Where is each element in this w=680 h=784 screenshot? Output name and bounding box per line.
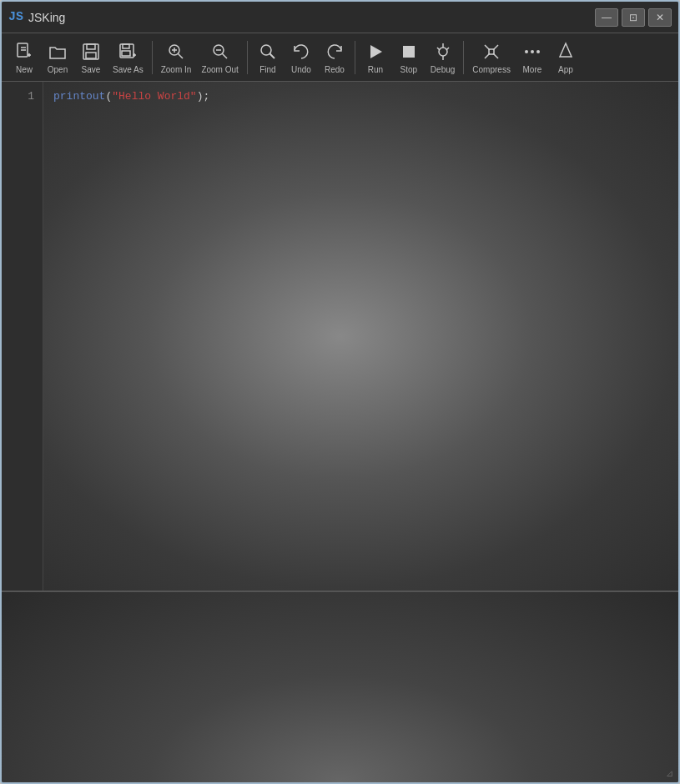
save-button[interactable]: Save — [75, 37, 107, 78]
find-icon — [256, 40, 280, 63]
open-button[interactable]: Open — [42, 37, 73, 78]
divider-3 — [355, 41, 355, 74]
stop-label: Stop — [400, 65, 418, 74]
saveas-button[interactable]: Save As — [108, 37, 148, 78]
redo-button[interactable]: Redo — [319, 37, 350, 78]
svg-point-20 — [261, 45, 271, 55]
svg-rect-9 — [123, 44, 129, 48]
svg-rect-23 — [403, 46, 415, 58]
svg-point-30 — [536, 50, 540, 53]
editor-area[interactable]: 1 printout ( "Hello World" ) ; — [2, 82, 678, 591]
find-button[interactable]: Find — [252, 37, 284, 78]
output-panel: ⊿ — [2, 591, 678, 782]
title-bar-controls: — ⊡ ✕ — [595, 8, 672, 27]
zoomin-label: Zoom In — [161, 65, 192, 74]
more-label: More — [523, 65, 542, 74]
minimize-button[interactable]: — — [595, 8, 618, 27]
run-button[interactable]: Run — [360, 37, 391, 78]
code-string: "Hello World" — [112, 88, 196, 105]
saveas-label: Save As — [113, 65, 144, 74]
resize-handle[interactable]: ⊿ — [666, 768, 673, 779]
undo-icon — [290, 40, 313, 63]
title-bar-left: JS JSKing — [8, 10, 65, 24]
code-close-paren: ) — [197, 88, 204, 105]
svg-marker-31 — [560, 43, 572, 57]
zoomin-button[interactable]: Zoom In — [157, 37, 196, 78]
redo-icon — [323, 40, 346, 63]
undo-button[interactable]: Undo — [285, 37, 317, 78]
restore-button[interactable]: ⊡ — [622, 8, 645, 27]
app-logo: JS — [8, 10, 23, 24]
zoomin-icon — [164, 40, 188, 63]
code-line-1: printout ( "Hello World" ) ; — [53, 88, 668, 105]
new-label: New — [16, 65, 33, 74]
app-icon — [554, 40, 577, 63]
svg-rect-10 — [122, 51, 130, 56]
svg-point-29 — [531, 50, 534, 53]
app-label: App — [558, 65, 573, 74]
app-button[interactable]: App — [550, 37, 582, 78]
app-title: JSKing — [28, 11, 65, 24]
more-button[interactable]: More — [516, 37, 548, 78]
run-label: Run — [368, 65, 383, 74]
code-content[interactable]: printout ( "Hello World" ) ; — [43, 82, 678, 591]
editor-container: 1 printout ( "Hello World" ) ; ⊿ — [2, 82, 678, 782]
zoomout-button[interactable]: Zoom Out — [197, 37, 242, 78]
undo-label: Undo — [291, 65, 311, 74]
app-window: JS JSKing — ⊡ ✕ New — [0, 0, 680, 784]
code-function: printout — [53, 88, 105, 105]
find-label: Find — [259, 65, 275, 74]
line-numbers: 1 — [2, 82, 43, 591]
zoomout-icon — [209, 40, 232, 63]
svg-point-24 — [439, 48, 447, 56]
title-bar: JS JSKing — ⊡ ✕ — [2, 2, 678, 33]
compress-button[interactable]: Compress — [468, 37, 515, 78]
line-number-1: 1 — [28, 88, 34, 105]
compress-icon — [480, 40, 503, 63]
svg-point-28 — [525, 50, 528, 53]
more-icon — [521, 40, 544, 63]
open-label: Open — [48, 65, 68, 74]
debug-button[interactable]: Debug — [426, 37, 459, 78]
run-icon — [364, 40, 387, 63]
zoomout-label: Zoom Out — [201, 65, 238, 74]
redo-label: Redo — [325, 65, 345, 74]
close-button[interactable]: ✕ — [648, 8, 672, 27]
new-icon — [13, 40, 36, 63]
svg-line-14 — [179, 54, 184, 59]
open-icon — [46, 40, 69, 63]
svg-line-18 — [222, 54, 227, 59]
debug-icon — [431, 40, 455, 63]
divider-2 — [247, 41, 248, 74]
svg-rect-7 — [86, 53, 96, 58]
svg-marker-22 — [370, 45, 382, 58]
toolbar: New Open Save Save As — [2, 33, 678, 82]
save-label: Save — [82, 65, 101, 74]
svg-line-21 — [269, 54, 275, 59]
compress-label: Compress — [472, 65, 511, 74]
saveas-icon — [116, 40, 139, 63]
divider-1 — [152, 41, 153, 74]
debug-label: Debug — [431, 65, 455, 74]
divider-4 — [463, 41, 464, 74]
svg-rect-6 — [87, 44, 95, 49]
code-open-paren: ( — [105, 88, 112, 105]
new-button[interactable]: New — [8, 37, 40, 78]
code-semicolon: ; — [203, 88, 209, 105]
save-icon — [79, 40, 103, 63]
stop-button[interactable]: Stop — [393, 37, 425, 78]
stop-icon — [397, 40, 421, 63]
